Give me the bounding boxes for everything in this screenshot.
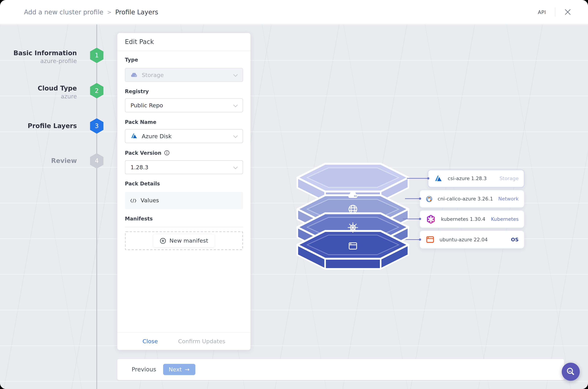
page-title: Profile Layers bbox=[115, 8, 158, 16]
next-button[interactable]: Next → bbox=[163, 364, 195, 375]
manifests-label: Manifests bbox=[125, 216, 153, 222]
new-manifest-button[interactable]: New manifest bbox=[153, 234, 214, 247]
confirm-updates-button[interactable]: Confirm Updates bbox=[178, 338, 225, 345]
edit-pack-panel: Edit Pack Type Storage Registry Public R… bbox=[117, 33, 251, 350]
sidebar-step-basic-information[interactable]: Basic Information azure-profile bbox=[0, 49, 77, 65]
storage-drive-icon bbox=[347, 190, 359, 199]
registry-label: Registry bbox=[125, 88, 149, 94]
layer-category: Network bbox=[498, 196, 519, 202]
next-button-label: Next bbox=[169, 366, 182, 373]
sidebar-step-profile-layers[interactable]: Profile Layers bbox=[0, 122, 77, 130]
chevron-down-icon bbox=[233, 164, 238, 171]
connector-dot bbox=[427, 177, 429, 179]
app-window: Add a new cluster profile > Profile Laye… bbox=[0, 0, 588, 389]
calico-icon bbox=[426, 194, 432, 204]
chevron-down-icon bbox=[233, 71, 238, 78]
step-hexagon-2[interactable]: 2 bbox=[90, 83, 103, 98]
step-hexagon-1[interactable]: 1 bbox=[90, 48, 103, 63]
registry-select[interactable]: Public Repo bbox=[125, 98, 243, 112]
pack-name-label: Pack Name bbox=[125, 119, 157, 125]
code-icon bbox=[130, 198, 136, 203]
new-manifest-label: New manifest bbox=[169, 237, 208, 244]
layer-name: csi-azure 1.28.3 bbox=[448, 176, 494, 181]
values-label: Values bbox=[140, 197, 159, 204]
header-actions: API bbox=[538, 7, 571, 17]
connector-dot bbox=[419, 197, 421, 200]
info-icon[interactable] bbox=[164, 150, 169, 156]
storage-drive-icon bbox=[131, 72, 138, 78]
connector-dot bbox=[419, 238, 421, 241]
wizard-footer-bar: Previous Next → bbox=[117, 359, 564, 380]
layer-name: ubuntu-azure 22.04 bbox=[440, 237, 506, 242]
values-row[interactable]: Values bbox=[125, 192, 243, 209]
previous-button[interactable]: Previous bbox=[132, 366, 156, 373]
kubernetes-wheel-icon bbox=[347, 222, 359, 233]
pack-version-label: Pack Version bbox=[125, 150, 161, 156]
close-icon[interactable] bbox=[564, 9, 571, 15]
ubuntu-icon bbox=[426, 236, 434, 243]
pack-name-value: Azure Disk bbox=[142, 133, 172, 139]
search-help-beacon-button[interactable] bbox=[562, 363, 580, 381]
step-number: 4 bbox=[95, 157, 99, 164]
network-globe-icon bbox=[348, 204, 358, 214]
breadcrumb-separator: > bbox=[107, 9, 112, 15]
breadcrumb: Add a new cluster profile > Profile Laye… bbox=[24, 8, 158, 16]
azure-icon bbox=[131, 132, 138, 140]
step-title: Cloud Type bbox=[0, 84, 77, 92]
pack-version-label-row: Pack Version bbox=[125, 150, 170, 156]
step-hexagon-3[interactable]: 3 bbox=[90, 118, 103, 134]
type-label: Type bbox=[125, 57, 138, 63]
layer-card-csi-azure[interactable]: csi-azure 1.28.3 Storage bbox=[428, 170, 524, 187]
header: Add a new cluster profile > Profile Laye… bbox=[0, 0, 588, 24]
connector-line-storage bbox=[407, 178, 429, 179]
sidebar-step-review[interactable]: Review bbox=[0, 157, 77, 165]
layer-card-ubuntu-azure[interactable]: ubuntu-azure 22.04 OS bbox=[420, 231, 524, 249]
step-title: Basic Information bbox=[0, 49, 77, 57]
os-window-icon bbox=[348, 242, 358, 250]
panel-footer: Close Confirm Updates bbox=[117, 332, 251, 350]
layer-name: kubernetes 1.30.4 bbox=[441, 216, 486, 222]
step-title: Profile Layers bbox=[0, 122, 77, 130]
breadcrumb-parent[interactable]: Add a new cluster profile bbox=[24, 8, 103, 16]
step-number: 3 bbox=[95, 122, 99, 130]
connector-dot bbox=[419, 218, 421, 220]
step-subtitle: azure bbox=[0, 93, 77, 101]
panel-title: Edit Pack bbox=[117, 33, 251, 51]
plus-circle-icon bbox=[160, 237, 166, 244]
step-hexagon-4[interactable]: 4 bbox=[90, 153, 103, 169]
chevron-down-icon bbox=[233, 132, 238, 140]
type-select[interactable]: Storage bbox=[125, 68, 243, 82]
chevron-down-icon bbox=[233, 102, 238, 109]
close-button[interactable]: Close bbox=[142, 338, 158, 345]
pack-details-label: Pack Details bbox=[125, 181, 160, 187]
arrow-right-icon: → bbox=[185, 366, 190, 373]
pack-name-select[interactable]: Azure Disk bbox=[125, 129, 243, 143]
magnifier-smile-icon bbox=[566, 367, 576, 377]
type-value: Storage bbox=[142, 71, 164, 78]
pack-version-value: 1.28.3 bbox=[131, 164, 148, 171]
stepper-line bbox=[96, 24, 97, 389]
sidebar-step-cloud-type[interactable]: Cloud Type azure bbox=[0, 84, 77, 101]
manifests-dropzone: New manifest bbox=[125, 231, 243, 250]
api-button[interactable]: API bbox=[538, 9, 546, 15]
azure-icon bbox=[434, 174, 442, 183]
kubernetes-icon bbox=[426, 214, 436, 224]
connector-line-network bbox=[405, 198, 420, 199]
content-area: Basic Information azure-profile 1 Cloud … bbox=[0, 24, 588, 389]
step-number: 2 bbox=[95, 87, 99, 94]
layer-category: Kubernetes bbox=[491, 216, 519, 222]
layer-category: OS bbox=[511, 237, 519, 242]
layer-name: cni-calico-azure 3.26.1 bbox=[438, 196, 493, 202]
layer-card-kubernetes[interactable]: kubernetes 1.30.4 Kubernetes bbox=[420, 210, 524, 228]
layer-category: Storage bbox=[500, 176, 519, 181]
layer-card-cni-calico-azure[interactable]: cni-calico-azure 3.26.1 Network bbox=[420, 190, 524, 208]
manifests-divider bbox=[125, 227, 243, 227]
registry-value: Public Repo bbox=[131, 102, 163, 109]
step-number: 1 bbox=[95, 52, 99, 59]
step-title: Review bbox=[0, 157, 77, 165]
header-divider bbox=[555, 7, 555, 17]
step-subtitle: azure-profile bbox=[0, 57, 77, 65]
pack-version-select[interactable]: 1.28.3 bbox=[125, 160, 243, 174]
